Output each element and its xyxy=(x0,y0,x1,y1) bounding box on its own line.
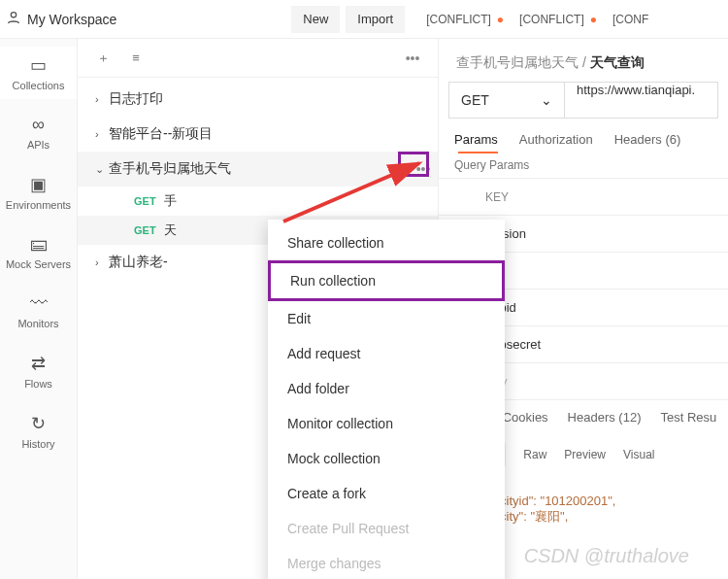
star-icon[interactable]: ☆ xyxy=(396,161,409,177)
method-select[interactable]: GET⌄ xyxy=(448,82,565,119)
view-preview[interactable]: Preview xyxy=(564,448,606,461)
monitor-icon: 〰 xyxy=(0,293,77,314)
chevron-right-icon: › xyxy=(95,256,109,268)
history-icon: ↻ xyxy=(0,413,77,434)
sidebar-item-mock-servers[interactable]: 🖴Mock Servers xyxy=(0,226,77,278)
menu-edit[interactable]: Edit xyxy=(268,301,505,336)
unsaved-dot-icon: ● xyxy=(497,13,504,26)
tab-headers[interactable]: Headers (6) xyxy=(614,132,681,153)
view-visual[interactable]: Visual xyxy=(623,448,654,461)
left-sidebar: ▭Collections ∞APIs ▣Environments 🖴Mock S… xyxy=(0,39,78,579)
flow-icon: ⇄ xyxy=(0,353,77,374)
column-header-key: KEY xyxy=(485,190,509,204)
add-button[interactable]: ＋ xyxy=(91,47,115,70)
env-icon: ▣ xyxy=(0,174,77,195)
menu-add-folder[interactable]: Add folder xyxy=(268,371,505,406)
tab-params[interactable]: Params xyxy=(454,132,498,153)
filter-button[interactable]: ≡ xyxy=(124,47,148,70)
user-icon xyxy=(0,10,27,28)
folder-icon: ▭ xyxy=(0,54,77,76)
menu-mock-collection[interactable]: Mock collection xyxy=(268,441,505,476)
collection-panel: ＋ ≡ ••• ›日志打印 ›智能平台--新项目 ⌄ 查手机号归属地天气 ☆ •… xyxy=(78,39,439,579)
sidebar-item-collections[interactable]: ▭Collections xyxy=(0,47,77,99)
svg-point-0 xyxy=(11,13,16,17)
collection-more-button[interactable]: ••• xyxy=(414,161,432,177)
menu-monitor-collection[interactable]: Monitor collection xyxy=(268,406,505,441)
menu-add-request[interactable]: Add request xyxy=(268,336,505,371)
panel-more-button[interactable]: ••• xyxy=(401,51,424,66)
breadcrumb: 查手机号归属地天气 / 天气查询 xyxy=(439,39,728,82)
page-title: 天气查询 xyxy=(590,54,645,70)
sidebar-item-environments[interactable]: ▣Environments xyxy=(0,166,77,219)
workspace-title[interactable]: My Workspace xyxy=(27,12,116,27)
api-icon: ∞ xyxy=(0,115,77,135)
tab-conflict-3[interactable]: [CONF xyxy=(605,13,656,26)
request-item[interactable]: GET手 xyxy=(78,187,438,216)
menu-create-pr: Create Pull Request xyxy=(268,511,505,546)
tab-conflict-1[interactable]: [CONFLICT]● xyxy=(418,13,512,26)
chevron-right-icon: › xyxy=(95,128,109,140)
server-icon: 🖴 xyxy=(0,234,77,255)
method-badge: GET xyxy=(134,195,156,207)
chevron-down-icon: ⌄ xyxy=(95,163,109,176)
response-tab-test[interactable]: Test Resu xyxy=(660,410,716,430)
import-button[interactable]: Import xyxy=(346,6,405,33)
new-button[interactable]: New xyxy=(291,6,340,33)
collection-node[interactable]: ›日志打印 xyxy=(78,82,438,117)
view-raw[interactable]: Raw xyxy=(523,448,546,461)
collection-node-active[interactable]: ⌄ 查手机号归属地天气 ☆ ••• xyxy=(78,152,438,187)
menu-run-collection[interactable]: Run collection xyxy=(268,260,505,301)
collection-context-menu: Share collection Run collection Edit Add… xyxy=(268,220,505,579)
topbar: My Workspace New Import [CONFLICT]● [CON… xyxy=(0,0,728,39)
open-tabs: [CONFLICT]● [CONFLICT]● [CONF xyxy=(418,13,656,26)
query-params-title: Query Params xyxy=(439,158,728,178)
url-input[interactable]: https://www.tianqiapi. xyxy=(565,82,718,119)
sidebar-item-monitors[interactable]: 〰Monitors xyxy=(0,286,77,337)
sidebar-item-flows[interactable]: ⇄Flows xyxy=(0,345,77,397)
menu-share-collection[interactable]: Share collection xyxy=(268,225,505,260)
menu-create-fork[interactable]: Create a fork xyxy=(268,476,505,511)
menu-merge-changes: Merge changes xyxy=(268,546,505,579)
chevron-down-icon: ⌄ xyxy=(541,92,552,108)
collection-node[interactable]: ›智能平台--新项目 xyxy=(78,117,438,152)
tab-conflict-2[interactable]: [CONFLICT]● xyxy=(512,13,605,26)
chevron-right-icon: › xyxy=(95,93,109,105)
response-tab-cookies[interactable]: Cookies xyxy=(503,410,548,430)
sidebar-item-apis[interactable]: ∞APIs xyxy=(0,107,77,158)
sidebar-item-history[interactable]: ↻History xyxy=(0,405,77,458)
unsaved-dot-icon: ● xyxy=(590,13,597,26)
tab-authorization[interactable]: Authorization xyxy=(519,132,593,153)
method-badge: GET xyxy=(134,224,156,236)
response-tab-headers[interactable]: Headers (12) xyxy=(568,410,642,430)
